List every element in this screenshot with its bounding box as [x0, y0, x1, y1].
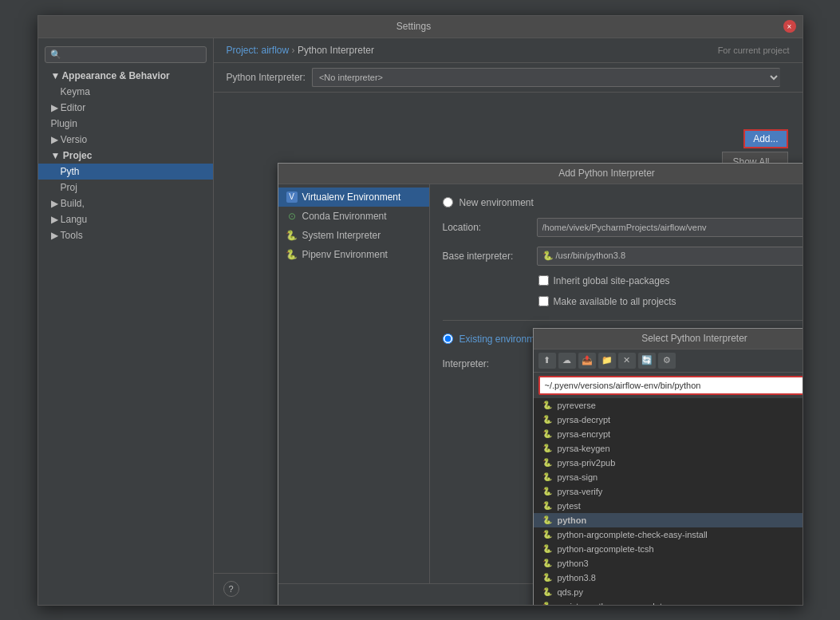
- sidebar-item-tools[interactable]: ▶ Tools: [38, 227, 213, 243]
- sidebar-item-keymap[interactable]: Keyma: [38, 84, 213, 100]
- select-interpreter-title: Select Python Interpreter: [540, 333, 803, 344]
- path-input[interactable]: [538, 376, 803, 395]
- sidebar-item-languages[interactable]: ▶ Langu: [38, 211, 213, 227]
- for-current-project: For current project: [718, 45, 790, 55]
- env-item-pipenv[interactable]: 🐍 Pipenv Environment: [278, 245, 429, 264]
- sidebar-item-appearance[interactable]: ▼ Appearance & Behavior: [38, 68, 213, 84]
- file-icon: 🐍: [542, 529, 553, 540]
- file-icon: 🐍: [542, 428, 553, 440]
- location-input[interactable]: [537, 218, 803, 237]
- inherit-label: Inherit global site-packages: [554, 275, 670, 286]
- content-area: Add Python Interpreter × V Virtualenv En…: [214, 93, 803, 573]
- add-button[interactable]: Add...: [743, 129, 787, 148]
- sel-tool-delete[interactable]: ✕: [618, 353, 636, 369]
- base-interpreter-input[interactable]: [537, 247, 803, 266]
- sidebar-item-plugins[interactable]: Plugin: [38, 116, 213, 132]
- breadcrumb: Project: airflow › Python Interpreter: [227, 45, 374, 56]
- inherit-checkbox[interactable]: [538, 275, 549, 286]
- search-icon: 🔍: [50, 49, 61, 60]
- interpreter-form-label: Interpreter:: [443, 358, 530, 369]
- file-item-pyrsa-decrypt[interactable]: 🐍 pyrsa-decrypt: [534, 413, 803, 427]
- file-icon: 🐍: [542, 443, 553, 454]
- new-env-radio-group: New environment: [443, 197, 803, 208]
- make-available-checkbox-row: Make available to all projects: [443, 296, 803, 307]
- select-interpreter-toolbar: ⬆ ☁ 📤 📁 ✕ 🔄 ⚙ Hide path: [534, 349, 803, 373]
- file-icon: 🐍: [542, 500, 553, 511]
- file-item-register[interactable]: 🐍 register-python-argcomplete: [534, 599, 803, 605]
- sel-tool-folder[interactable]: 📁: [598, 353, 616, 369]
- file-item-pyreverse[interactable]: 🐍 pyreverse: [534, 398, 803, 413]
- file-item-python-argcomplete-check[interactable]: 🐍 python-argcomplete-check-easy-install: [534, 527, 803, 542]
- sel-tool-cloud[interactable]: ☁: [558, 353, 576, 369]
- system-icon: 🐍: [286, 230, 298, 241]
- content-header: Project: airflow › Python Interpreter Fo…: [214, 38, 803, 63]
- file-item-python[interactable]: 🐍 python: [534, 513, 803, 527]
- location-label: Location:: [443, 222, 530, 233]
- inherit-checkbox-row: Inherit global site-packages: [443, 275, 803, 286]
- env-sidebar: V Virtualenv Environment ⊙ Conda Environ…: [278, 184, 430, 583]
- conda-icon: ⊙: [286, 211, 298, 222]
- interpreter-label: Python Interpreter:: [227, 72, 306, 83]
- sidebar-item-python-interpreter[interactable]: Pyth: [38, 164, 213, 180]
- base-interpreter-label: Base interpreter:: [443, 251, 530, 262]
- settings-help[interactable]: ?: [223, 581, 239, 597]
- existing-env-radio[interactable]: [443, 334, 453, 344]
- add-interpreter-titlebar: Add Python Interpreter ×: [278, 164, 803, 184]
- select-interpreter-dialog: Select Python Interpreter × ⬆ ☁ 📤 📁 ✕ 🔄: [533, 328, 803, 605]
- sel-tool-export[interactable]: 📤: [578, 353, 596, 369]
- file-item-pyrsa-priv2pub[interactable]: 🐍 pyrsa-priv2pub: [534, 456, 803, 470]
- sidebar-item-version[interactable]: ▶ Versio: [38, 132, 213, 148]
- settings-sidebar: 🔍 ▼ Appearance & Behavior Keyma ▶ Editor…: [38, 38, 214, 605]
- file-item-python-argcomplete-tcsh[interactable]: 🐍 python-argcomplete-tcsh: [534, 542, 803, 556]
- sidebar-item-project[interactable]: ▼ Projec: [38, 148, 213, 164]
- file-icon: 🐍: [542, 558, 553, 569]
- file-item-qds[interactable]: 🐍 qds.py: [534, 585, 803, 599]
- file-item-pyrsa-verify[interactable]: 🐍 pyrsa-verify: [534, 484, 803, 499]
- sidebar-item-build[interactable]: ▶ Build,: [38, 195, 213, 211]
- location-row: Location: 📁: [443, 218, 803, 237]
- settings-close-button[interactable]: ×: [783, 20, 796, 33]
- file-item-pyrsa-keygen[interactable]: 🐍 pyrsa-keygen: [534, 441, 803, 456]
- sel-tool-up[interactable]: ⬆: [538, 353, 556, 369]
- file-item-python38[interactable]: 🐍 python3.8: [534, 571, 803, 585]
- settings-title: Settings: [45, 21, 783, 32]
- file-item-python3[interactable]: 🐍 python3: [534, 556, 803, 571]
- file-list: 🐍 pyreverse 🐍 pyrsa-decrypt 🐍 pyrsa-encr…: [534, 398, 803, 605]
- file-icon: 🐍: [542, 400, 553, 411]
- virtualenv-icon: V: [286, 192, 298, 203]
- env-item-conda[interactable]: ⊙ Conda Environment: [278, 207, 429, 226]
- search-input[interactable]: [65, 49, 201, 59]
- settings-titlebar: Settings ×: [38, 16, 803, 38]
- file-icon: 🐍: [542, 586, 553, 598]
- interpreter-combo-group: <No interpreter>: [312, 68, 780, 87]
- file-icon: 🐍: [542, 414, 553, 425]
- base-interpreter-row: Base interpreter: ▼ ...: [443, 247, 803, 266]
- file-item-pyrsa-encrypt[interactable]: 🐍 pyrsa-encrypt: [534, 427, 803, 441]
- file-item-pytest[interactable]: 🐍 pytest: [534, 499, 803, 513]
- interpreter-select[interactable]: <No interpreter>: [312, 68, 780, 87]
- make-available-label: Make available to all projects: [554, 296, 676, 307]
- make-available-checkbox[interactable]: [538, 296, 549, 306]
- file-icon: 🐍: [542, 486, 553, 497]
- select-interpreter-titlebar: Select Python Interpreter ×: [534, 329, 803, 349]
- path-input-row: ⬇: [534, 373, 803, 398]
- file-icon: 🐍: [542, 543, 553, 555]
- settings-dialog: Settings × 🔍 ▼ Appearance & Behavior Key…: [37, 15, 803, 606]
- file-icon: 🐍: [542, 515, 553, 526]
- main-content: Project: airflow › Python Interpreter Fo…: [214, 38, 803, 605]
- sidebar-item-project-structure[interactable]: Proj: [38, 180, 213, 195]
- new-env-label: New environment: [459, 197, 534, 208]
- env-item-system[interactable]: 🐍 System Interpreter: [278, 226, 429, 245]
- file-icon: 🐍: [542, 457, 553, 468]
- settings-body: 🔍 ▼ Appearance & Behavior Keyma ▶ Editor…: [38, 38, 803, 605]
- new-env-radio[interactable]: [443, 197, 453, 207]
- pipenv-icon: 🐍: [286, 249, 298, 260]
- search-box[interactable]: 🔍: [45, 46, 207, 63]
- sidebar-item-editor[interactable]: ▶ Editor: [38, 100, 213, 116]
- file-icon: 🐍: [542, 572, 553, 583]
- env-item-virtualenv[interactable]: V Virtualenv Environment: [278, 188, 429, 207]
- file-item-pyrsa-sign[interactable]: 🐍 pyrsa-sign: [534, 470, 803, 484]
- add-interpreter-title: Add Python Interpreter: [285, 168, 803, 179]
- sel-tool-refresh[interactable]: 🔄: [638, 353, 656, 369]
- sel-tool-settings[interactable]: ⚙: [658, 353, 676, 369]
